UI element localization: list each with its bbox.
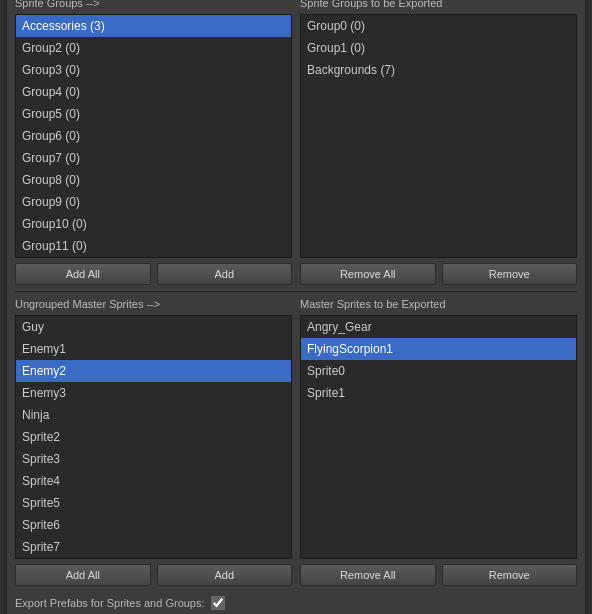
master-export-panel: Master Sprites to be Exported Angry_Gear… bbox=[300, 296, 577, 586]
list-item[interactable]: Sprite1 bbox=[301, 382, 576, 404]
list-item[interactable]: Sprite5 bbox=[16, 492, 291, 514]
ungrouped-add-all-button[interactable]: Add All bbox=[15, 564, 151, 586]
list-item[interactable]: Sprite6 bbox=[16, 514, 291, 536]
list-item[interactable]: Sprite2 bbox=[16, 426, 291, 448]
list-item[interactable]: Group5 (0) bbox=[16, 103, 291, 125]
list-item[interactable]: Group2 (0) bbox=[16, 37, 291, 59]
ungrouped-panel: Ungrouped Master Sprites --> GuyEnemy1En… bbox=[15, 296, 292, 586]
list-item[interactable]: Angry_Gear bbox=[301, 316, 576, 338]
list-item[interactable]: Backgrounds (7) bbox=[301, 59, 576, 81]
sprite-groups-export-header: Sprite Groups to be Exported bbox=[300, 0, 577, 11]
list-item[interactable]: FlyingScorpion1 bbox=[301, 338, 576, 360]
list-item[interactable]: Accessories (3) bbox=[16, 15, 291, 37]
list-item[interactable]: Group0 (0) bbox=[301, 15, 576, 37]
sprite-groups-list[interactable]: Accessories (3)Group2 (0)Group3 (0)Group… bbox=[15, 14, 292, 258]
list-item[interactable]: Enemy1 bbox=[16, 338, 291, 360]
list-item[interactable]: Group6 (0) bbox=[16, 125, 291, 147]
list-item[interactable]: Group7 (0) bbox=[16, 147, 291, 169]
sprite-groups-export-panel: Sprite Groups to be Exported Group0 (0)G… bbox=[300, 0, 577, 285]
list-item[interactable]: Sprite7 bbox=[16, 536, 291, 558]
sprite-groups-remove-all-button[interactable]: Remove All bbox=[300, 263, 436, 285]
sprite-groups-panel: Sprite Groups --> Accessories (3)Group2 … bbox=[15, 0, 292, 285]
sprite-groups-add-button[interactable]: Add bbox=[157, 263, 293, 285]
export-prefabs-checkbox[interactable] bbox=[211, 596, 225, 610]
export-prefabs-label: Export Prefabs for Sprites and Groups: bbox=[15, 597, 205, 609]
list-item[interactable]: Sprite0 bbox=[301, 360, 576, 382]
list-item[interactable]: Sprite3 bbox=[16, 448, 291, 470]
ungrouped-header: Ungrouped Master Sprites --> bbox=[15, 296, 292, 312]
list-item[interactable]: Group4 (0) bbox=[16, 81, 291, 103]
export-prefabs-row: Export Prefabs for Sprites and Groups: bbox=[15, 592, 577, 614]
ungrouped-add-button[interactable]: Add bbox=[157, 564, 293, 586]
list-item[interactable]: Sprite4 bbox=[16, 470, 291, 492]
list-item[interactable]: Group11 (0) bbox=[16, 235, 291, 257]
list-item[interactable]: Group3 (0) bbox=[16, 59, 291, 81]
master-export-list[interactable]: Angry_GearFlyingScorpion1Sprite0Sprite1 bbox=[300, 315, 577, 559]
list-item[interactable]: Ninja bbox=[16, 404, 291, 426]
list-item[interactable]: Enemy2 bbox=[16, 360, 291, 382]
sprite-groups-remove-button[interactable]: Remove bbox=[442, 263, 578, 285]
sprite-groups-header: Sprite Groups --> bbox=[15, 0, 292, 11]
master-remove-button[interactable]: Remove bbox=[442, 564, 578, 586]
list-item[interactable]: Guy bbox=[16, 316, 291, 338]
list-item[interactable]: Group1 (0) bbox=[301, 37, 576, 59]
master-remove-all-button[interactable]: Remove All bbox=[300, 564, 436, 586]
list-item[interactable]: Group10 (0) bbox=[16, 213, 291, 235]
list-item[interactable]: Group9 (0) bbox=[16, 191, 291, 213]
list-item[interactable]: Group8 (0) bbox=[16, 169, 291, 191]
list-item[interactable]: Enemy3 bbox=[16, 382, 291, 404]
ungrouped-list[interactable]: GuyEnemy1Enemy2Enemy3NinjaSprite2Sprite3… bbox=[15, 315, 292, 559]
master-export-header: Master Sprites to be Exported bbox=[300, 296, 577, 312]
export-dialog: Export Sprite Groups --> Accessories (3)… bbox=[6, 0, 586, 614]
sprite-groups-export-list[interactable]: Group0 (0)Group1 (0)Backgrounds (7) bbox=[300, 14, 577, 258]
sprite-groups-add-all-button[interactable]: Add All bbox=[15, 263, 151, 285]
